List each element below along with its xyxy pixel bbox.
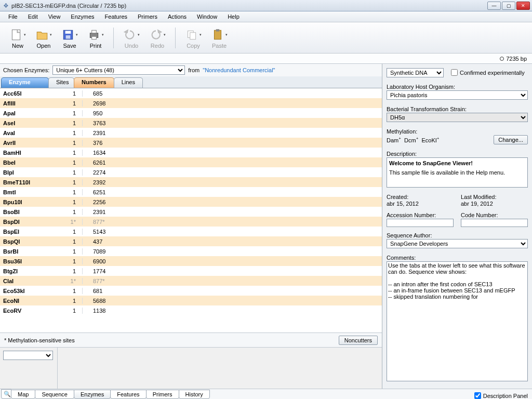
minimize-button[interactable]: — xyxy=(487,2,501,10)
sequence-size: 7235 bp xyxy=(506,56,527,62)
toolbar: ▾New▾Open▾Save▾Print▾Undo▾Redo▾Copy▾Past… xyxy=(0,22,532,54)
table-row[interactable]: BmeT110I12392 xyxy=(0,177,382,187)
table-header-tabs: Enzyme Sites Numbers Lines xyxy=(0,76,382,88)
enzyme-name: BspDI xyxy=(0,219,52,225)
tab-primers[interactable]: Primers xyxy=(146,390,179,399)
save-button[interactable]: ▾Save xyxy=(57,26,82,50)
search-icon: 🔍 xyxy=(4,391,11,397)
dna-type-select[interactable]: Synthetic DNA xyxy=(387,68,444,77)
tab-history[interactable]: History xyxy=(179,390,210,399)
view-tabs: 🔍 MapSequenceEnzymesFeaturesPrimersHisto… xyxy=(0,389,532,399)
table-row[interactable]: BsoBI12391 xyxy=(0,207,382,217)
table-row[interactable]: BtgZI11774 xyxy=(0,266,382,276)
site-count: 1* xyxy=(52,219,82,225)
tab-numbers[interactable]: Numbers xyxy=(74,77,114,88)
table-row[interactable]: BspQI1437 xyxy=(0,236,382,246)
table-row[interactable]: BsrBI17089 xyxy=(0,246,382,256)
maximize-button[interactable]: ▢ xyxy=(502,2,515,10)
menu-window[interactable]: Window xyxy=(192,12,222,21)
table-row[interactable]: Eco53kI1681 xyxy=(0,286,382,296)
table-row[interactable]: BspDI1*877* xyxy=(0,217,382,227)
comments-textarea[interactable]: Use the tabs at the lower left to see wh… xyxy=(387,261,528,381)
tab-sequence[interactable]: Sequence xyxy=(35,390,74,399)
lab-host-select[interactable]: Pichia pastoris xyxy=(387,90,528,100)
cut-position: 2256 xyxy=(82,199,382,205)
table-row[interactable]: BmtI16251 xyxy=(0,187,382,197)
table-row[interactable]: BlpI12274 xyxy=(0,167,382,177)
enzyme-source-link[interactable]: "Nonredundant Commercial" xyxy=(203,67,275,73)
enzyme-name: BamHI xyxy=(0,150,52,156)
enzyme-name: Bpu10I xyxy=(0,199,52,205)
description-box[interactable]: Welcome to SnapGene Viewer! This sample … xyxy=(387,157,528,188)
tab-lines[interactable]: Lines xyxy=(114,77,143,88)
enzyme-name: BmtI xyxy=(0,189,52,195)
column-sites[interactable]: Sites xyxy=(48,77,74,88)
new-button[interactable]: ▾New xyxy=(5,26,30,50)
description-panel-checkbox[interactable] xyxy=(474,392,481,399)
search-tab[interactable]: 🔍 xyxy=(1,389,11,399)
enzyme-name: Bsu36I xyxy=(0,258,52,264)
accession-input[interactable] xyxy=(387,219,454,227)
table-row[interactable]: Bpu10I12256 xyxy=(0,197,382,207)
tab-features[interactable]: Features xyxy=(110,390,146,399)
table-row[interactable]: ClaI1*877* xyxy=(0,276,382,286)
author-select[interactable]: SnapGene Developers xyxy=(387,239,528,248)
enzyme-name: ClaI xyxy=(0,278,52,284)
circular-icon xyxy=(500,57,504,61)
cut-position: 681 xyxy=(82,288,382,294)
site-count: 1 xyxy=(52,258,82,264)
modified-value: abr 19, 2012 xyxy=(461,201,528,207)
print-button[interactable]: ▾Print xyxy=(83,26,108,50)
menu-help[interactable]: Help xyxy=(222,12,245,21)
table-row[interactable]: AseI13763 xyxy=(0,118,382,128)
table-row[interactable]: EcoRV11138 xyxy=(0,305,382,315)
enzyme-set-select[interactable]: Unique 6+ Cutters (48) xyxy=(52,65,185,75)
table-row[interactable]: AvaI12391 xyxy=(0,128,382,138)
menu-features[interactable]: Features xyxy=(100,12,132,21)
menu-file[interactable]: File xyxy=(3,12,23,21)
site-count: 1 xyxy=(52,288,82,294)
menu-view[interactable]: View xyxy=(43,12,66,21)
cut-position: 2391 xyxy=(82,209,382,215)
cut-position: 2391 xyxy=(82,130,382,136)
table-row[interactable]: Bsu36I16900 xyxy=(0,256,382,266)
created-label: Created: xyxy=(387,194,454,200)
site-count: 1 xyxy=(52,100,82,107)
tab-enzymes[interactable]: Enzymes xyxy=(74,390,111,399)
table-row[interactable]: ApaI1950 xyxy=(0,108,382,118)
menubar: FileEditViewEnzymesFeaturesPrimersAction… xyxy=(0,11,532,22)
menu-edit[interactable]: Edit xyxy=(23,12,43,21)
open-button[interactable]: ▾Open xyxy=(31,26,56,50)
enzyme-table[interactable]: Acc65I1685AflIII12698ApaI1950AseI13763Av… xyxy=(0,88,382,332)
site-count: 1 xyxy=(52,159,82,166)
enzyme-name: EcoRV xyxy=(0,308,52,314)
table-row[interactable]: BspEI15143 xyxy=(0,227,382,236)
enzyme-name: BmeT110I xyxy=(0,179,52,185)
menu-enzymes[interactable]: Enzymes xyxy=(65,12,99,21)
table-row[interactable]: BbeI16261 xyxy=(0,157,382,167)
menu-primers[interactable]: Primers xyxy=(132,12,163,21)
svg-rect-5 xyxy=(92,30,97,33)
table-row[interactable]: AflIII12698 xyxy=(0,98,382,108)
site-count: 1 xyxy=(52,189,82,195)
cut-position: 437 xyxy=(82,238,382,245)
close-button[interactable]: ✕ xyxy=(516,2,530,10)
code-input[interactable] xyxy=(461,219,528,227)
filter-select[interactable] xyxy=(3,351,53,360)
site-count: 1 xyxy=(52,298,82,304)
tab-map[interactable]: Map xyxy=(11,390,35,399)
table-row[interactable]: Acc65I1685 xyxy=(0,88,382,98)
table-row[interactable]: EcoNI15688 xyxy=(0,296,382,305)
menu-actions[interactable]: Actions xyxy=(163,12,192,21)
column-enzyme[interactable]: Enzyme xyxy=(1,77,49,88)
cut-position: 376 xyxy=(82,140,382,146)
change-methylation-button[interactable]: Change... xyxy=(494,135,528,144)
table-row[interactable]: BamHI11634 xyxy=(0,148,382,157)
site-count: 1 xyxy=(52,90,82,97)
cut-position: 2392 xyxy=(82,179,382,185)
table-footer: * Methylation-sensitive sites Noncutters xyxy=(0,332,382,347)
strain-select[interactable]: DH5α xyxy=(387,113,528,122)
table-row[interactable]: AvrII1376 xyxy=(0,138,382,148)
confirmed-checkbox[interactable] xyxy=(451,69,458,76)
noncutters-button[interactable]: Noncutters xyxy=(339,336,378,345)
